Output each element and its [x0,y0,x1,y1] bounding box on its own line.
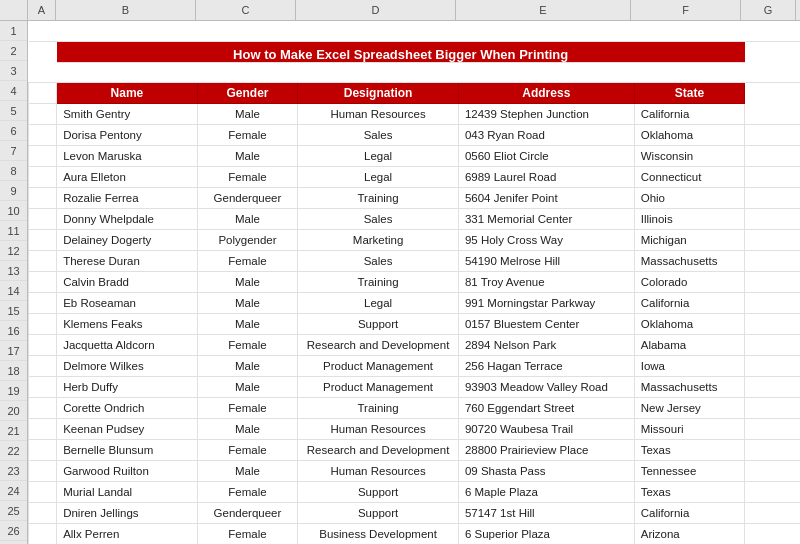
row-num-11: 11 [0,221,27,241]
cell-row12-a [29,250,57,271]
cell-state: Oklahoma [634,313,745,334]
cell-state: Michigan [634,229,745,250]
cell-row8-a [29,166,57,187]
row-2: How to Make Excel Spreadsheet Bigger Whe… [29,41,801,62]
table-row: Dorisa PentonyFemaleSales043 Ryan RoadOk… [29,124,801,145]
col-header-c: C [196,0,296,20]
cell-state: Tennessee [634,460,745,481]
col-header-e: E [456,0,631,20]
cell-row11-a [29,229,57,250]
cell-name: Delmore Wilkes [57,355,198,376]
cell-name: Keenan Pudsey [57,418,198,439]
table-row: Murial LandalFemaleSupport6 Maple PlazaT… [29,481,801,502]
cell-row25-a [29,523,57,544]
cell-state: New Jersey [634,397,745,418]
cell-gender: Female [197,439,297,460]
cell-row6-g [745,124,800,145]
cell-row14-a [29,292,57,313]
spreadsheet-body: 1 2 3 4 5 6 7 8 9 10 11 12 13 14 15 16 1… [0,21,800,544]
cell-address: 93903 Meadow Valley Road [458,376,634,397]
table-row: Corette OndrichFemaleTraining760 Eggenda… [29,397,801,418]
cell-address: 760 Eggendart Street [458,397,634,418]
col-header-d: D [296,0,456,20]
row-num-2: 2 [0,41,27,61]
table-row: Delmore WilkesMaleProduct Management256 … [29,355,801,376]
cell-name: Rozalie Ferrea [57,187,198,208]
cell-3a [29,62,57,82]
table-row: Donny WhelpdaleMaleSales331 Memorial Cen… [29,208,801,229]
cell-row5-a [29,103,57,124]
cell-designation: Training [298,271,459,292]
row-num-9: 9 [0,181,27,201]
cell-name: Dorisa Pentony [57,124,198,145]
cell-state: Arizona [634,523,745,544]
cell-name: Jacquetta Aldcorn [57,334,198,355]
cell-address: 256 Hagan Terrace [458,355,634,376]
cell-1b [57,21,800,41]
cell-state: Illinois [634,208,745,229]
cell-row10-g [745,208,800,229]
table-row: Herb DuffyMaleProduct Management93903 Me… [29,376,801,397]
cell-designation: Product Management [298,355,459,376]
cell-designation: Sales [298,250,459,271]
title-cell: How to Make Excel Spreadsheet Bigger Whe… [57,41,745,62]
row-num-12: 12 [0,241,27,261]
cell-row16-g [745,334,800,355]
cell-designation: Human Resources [298,418,459,439]
row-num-14: 14 [0,281,27,301]
cell-designation: Legal [298,145,459,166]
row-num-1: 1 [0,21,27,41]
cell-row18-g [745,376,800,397]
cell-2g [745,41,800,62]
row-num-26: 26 [0,521,27,541]
cell-state: Texas [634,481,745,502]
cell-name: Donny Whelpdale [57,208,198,229]
cell-state: California [634,502,745,523]
row-num-5: 5 [0,101,27,121]
cell-state: California [634,103,745,124]
cell-gender: Female [197,166,297,187]
cell-gender: Male [197,313,297,334]
cell-row19-g [745,397,800,418]
cell-designation: Business Development [298,523,459,544]
row-num-23: 23 [0,461,27,481]
cell-address: 331 Memorial Center [458,208,634,229]
cell-address: 0560 Eliot Circle [458,145,634,166]
cell-name: Levon Maruska [57,145,198,166]
cell-address: 5604 Jenifer Point [458,187,634,208]
row-num-13: 13 [0,261,27,281]
cell-address: 991 Morningstar Parkway [458,292,634,313]
cell-row9-g [745,187,800,208]
cell-gender: Male [197,355,297,376]
cell-row24-g [745,502,800,523]
row-num-21: 21 [0,421,27,441]
row-numbers: 1 2 3 4 5 6 7 8 9 10 11 12 13 14 15 16 1… [0,21,28,544]
cell-state: Massachusetts [634,376,745,397]
cell-state: Alabama [634,334,745,355]
row-1 [29,21,801,41]
table-row: Rozalie FerreaGenderqueerTraining5604 Je… [29,187,801,208]
cell-state: Oklahoma [634,124,745,145]
cell-row10-a [29,208,57,229]
table-row: Delainey DogertyPolygenderMarketing95 Ho… [29,229,801,250]
cell-gender: Female [197,481,297,502]
table-row: Allx PerrenFemaleBusiness Development6 S… [29,523,801,544]
cell-gender: Polygender [197,229,297,250]
column-headers: A B C D E F G [0,0,800,21]
data-table: How to Make Excel Spreadsheet Bigger Whe… [28,21,800,544]
cell-state: Wisconsin [634,145,745,166]
cell-name: Allx Perren [57,523,198,544]
cell-name: Calvin Bradd [57,271,198,292]
spreadsheet: A B C D E F G 1 2 3 4 5 6 7 8 9 10 11 12… [0,0,800,544]
cell-row21-a [29,439,57,460]
header-gender: Gender [197,82,297,103]
cell-name: Garwood Ruilton [57,460,198,481]
cell-name: Aura Elleton [57,166,198,187]
cell-row13-a [29,271,57,292]
col-header-g: G [741,0,796,20]
row-num-4: 4 [0,81,27,101]
cell-gender: Female [197,250,297,271]
table-row: Dniren JellingsGenderqueerSupport57147 1… [29,502,801,523]
cell-designation: Support [298,313,459,334]
cell-address: 6 Superior Plaza [458,523,634,544]
